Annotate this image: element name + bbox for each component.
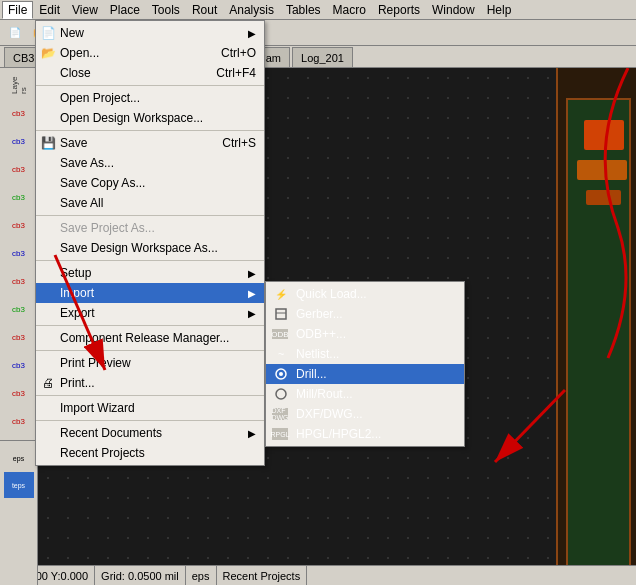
- menu-file[interactable]: File: [2, 1, 33, 19]
- submenu-netlist[interactable]: ~ Netlist...: [266, 344, 464, 364]
- save-icon: 💾: [40, 135, 56, 151]
- sidebar-btn-cb3-11[interactable]: cb3: [4, 380, 34, 406]
- sep4: [36, 260, 264, 261]
- submenu-dxf-dwg[interactable]: DXFDWG DXF/DWG...: [266, 404, 464, 424]
- sidebar-btn-cb3-3[interactable]: cb3: [4, 156, 34, 182]
- sep3: [36, 215, 264, 216]
- sidebar-btn-cb3-2[interactable]: cb3: [4, 128, 34, 154]
- menu-close[interactable]: Close Ctrl+F4: [36, 63, 264, 83]
- pcb-preview: [556, 68, 636, 565]
- menu-edit[interactable]: Edit: [33, 1, 66, 19]
- netlist-icon: ~: [272, 345, 290, 363]
- toolbar-new[interactable]: 📄: [4, 23, 26, 43]
- submenu-drill[interactable]: Drill...: [266, 364, 464, 384]
- sep1: [36, 85, 264, 86]
- menu-bar: File Edit View Place Tools Rout Analysis…: [0, 0, 636, 20]
- menu-save-as[interactable]: Save As...: [36, 153, 264, 173]
- sep6: [36, 350, 264, 351]
- sidebar-btn-cb3-8[interactable]: cb3: [4, 296, 34, 322]
- menu-tables[interactable]: Tables: [280, 1, 327, 19]
- menu-print-preview[interactable]: Print Preview: [36, 353, 264, 373]
- sidebar-btn-eps[interactable]: eps: [4, 445, 34, 471]
- file-dropdown: 📄 New ▶ 📂 Open... Ctrl+O Close Ctrl+F4 O…: [35, 20, 265, 466]
- menu-recent-docs[interactable]: Recent Documents ▶: [36, 423, 264, 443]
- open-icon: 📂: [40, 45, 56, 61]
- gerber-icon: [272, 305, 290, 323]
- sidebar-btn-cb3-1[interactable]: cb3: [4, 100, 34, 126]
- menu-export[interactable]: Export ▶: [36, 303, 264, 323]
- menu-save-copy[interactable]: Save Copy As...: [36, 173, 264, 193]
- sidebar-btn-cb3-5[interactable]: cb3: [4, 212, 34, 238]
- submenu-mill-rout[interactable]: Mill/Rout...: [266, 384, 464, 404]
- sidebar-btn-cb3-6[interactable]: cb3: [4, 240, 34, 266]
- new-icon: 📄: [40, 25, 56, 41]
- menu-analysis[interactable]: Analysis: [223, 1, 280, 19]
- svg-rect-0: [276, 309, 286, 319]
- sep5: [36, 325, 264, 326]
- quick-load-icon: ⚡: [272, 285, 290, 303]
- status-grid: Grid: 0.0500 mil: [95, 566, 186, 585]
- submenu-hpgl[interactable]: RPGL HPGL/HPGL2...: [266, 424, 464, 444]
- tab-log[interactable]: Log_201: [292, 47, 353, 67]
- status-eps: eps: [186, 566, 217, 585]
- menu-place[interactable]: Place: [104, 1, 146, 19]
- menu-save-dw[interactable]: Save Design Workspace As...: [36, 238, 264, 258]
- menu-import[interactable]: Import ▶ ⚡ Quick Load... Gerber... ODB O…: [36, 283, 264, 303]
- menu-tools[interactable]: Tools: [146, 1, 186, 19]
- menu-reports[interactable]: Reports: [372, 1, 426, 19]
- submenu-gerber[interactable]: Gerber...: [266, 304, 464, 324]
- submenu-odb[interactable]: ODB ODB++...: [266, 324, 464, 344]
- drill-icon: [272, 365, 290, 383]
- sep2: [36, 130, 264, 131]
- menu-print[interactable]: 🖨 Print...: [36, 373, 264, 393]
- menu-open[interactable]: 📂 Open... Ctrl+O: [36, 43, 264, 63]
- menu-setup[interactable]: Setup ▶: [36, 263, 264, 283]
- menu-component-release[interactable]: Component Release Manager...: [36, 328, 264, 348]
- status-recent-projects: Recent Projects: [217, 566, 308, 585]
- svg-point-4: [276, 389, 286, 399]
- menu-import-wizard[interactable]: Import Wizard: [36, 398, 264, 418]
- sidebar-btn-cb3-4[interactable]: cb3: [4, 184, 34, 210]
- menu-rout[interactable]: Rout: [186, 1, 223, 19]
- sidebar-btn-cb3-12[interactable]: cb3: [4, 408, 34, 434]
- menu-macro[interactable]: Macro: [327, 1, 372, 19]
- sep8: [36, 420, 264, 421]
- dxf-icon: DXFDWG: [272, 408, 288, 420]
- menu-new[interactable]: 📄 New ▶: [36, 23, 264, 43]
- odb-icon: ODB: [272, 329, 288, 339]
- menu-view[interactable]: View: [66, 1, 104, 19]
- mill-rout-icon: [272, 385, 290, 403]
- hpgl-icon: RPGL: [272, 428, 288, 440]
- sidebar-btn-cb3-9[interactable]: cb3: [4, 324, 34, 350]
- menu-save[interactable]: 💾 Save Ctrl+S: [36, 133, 264, 153]
- status-bar: X:0.000 Y:0.000 Grid: 0.0500 mil eps Rec…: [0, 565, 636, 585]
- sidebar-btn-cb3-7[interactable]: cb3: [4, 268, 34, 294]
- menu-window[interactable]: Window: [426, 1, 481, 19]
- sidebar-btn-cb3-10[interactable]: cb3: [4, 352, 34, 378]
- sidebar-btn-teps[interactable]: teps: [4, 472, 34, 498]
- sidebar: Layers cb3 cb3 cb3 cb3 cb3 cb3 cb3 cb3 c…: [0, 68, 38, 585]
- menu-save-all[interactable]: Save All: [36, 193, 264, 213]
- menu-recent-projects[interactable]: Recent Projects: [36, 443, 264, 463]
- menu-help[interactable]: Help: [481, 1, 518, 19]
- svg-point-3: [279, 372, 283, 376]
- submenu-quick-load[interactable]: ⚡ Quick Load...: [266, 284, 464, 304]
- sep7: [36, 395, 264, 396]
- menu-open-workspace[interactable]: Open Design Workspace...: [36, 108, 264, 128]
- sidebar-btn-layers[interactable]: Layers: [4, 72, 34, 98]
- print-icon: 🖨: [40, 375, 56, 391]
- pcb-curve-svg: [556, 68, 636, 368]
- import-submenu: ⚡ Quick Load... Gerber... ODB ODB++... ~…: [265, 281, 465, 447]
- menu-open-project[interactable]: Open Project...: [36, 88, 264, 108]
- menu-save-project: Save Project As...: [36, 218, 264, 238]
